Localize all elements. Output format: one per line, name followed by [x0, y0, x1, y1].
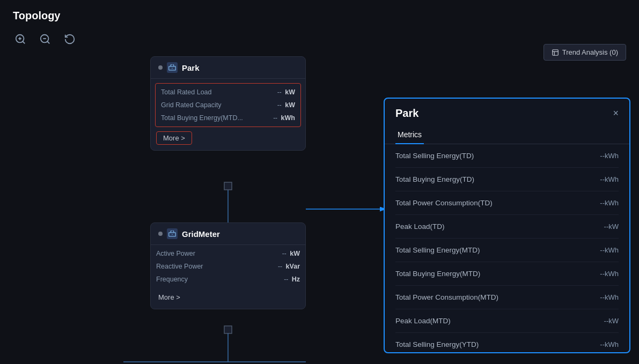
panel-metric-label-4: Total Selling Energy(MTD): [395, 246, 480, 254]
grid-more-button[interactable]: More >: [156, 291, 182, 303]
panel-metric-label-0: Total Selling Energy(TD): [395, 152, 474, 160]
panel-metric-5: Total Buying Energy(MTD) --kWh: [395, 262, 619, 286]
grid-node-metrics: Active Power -- kW Reactive Power -- kVa…: [151, 245, 305, 288]
panel-tab-metrics[interactable]: Metrics: [395, 126, 424, 144]
park-more-label: More >: [163, 134, 185, 142]
park-metric-label-1: Grid Rated Capacity: [161, 101, 222, 109]
grid-status-dot: [158, 232, 163, 236]
panel-metric-val-3: --kW: [604, 222, 619, 231]
park-status-dot: [158, 65, 163, 70]
grid-metric-0: Active Power -- kW: [151, 247, 305, 260]
panel-metric-label-7: Peak Load(MTD): [395, 317, 451, 325]
panel-metric-val-7: --kW: [604, 317, 619, 325]
detail-panel: Park × Metrics Total Selling Energy(TD) …: [384, 98, 630, 353]
park-node-header: Park: [151, 57, 305, 79]
svg-rect-11: [224, 182, 232, 190]
grid-metric-val-2: -- Hz: [284, 276, 300, 283]
panel-metric-label-1: Total Buying Energy(TD): [395, 175, 474, 183]
grid-node-title: GridMeter: [182, 229, 220, 239]
grid-node: GridMeter Active Power -- kW Reactive Po…: [150, 222, 306, 309]
park-metric-val-2: -- kWh: [273, 114, 295, 122]
panel-metric-val-8: --kWh: [600, 340, 619, 348]
panel-tabs: Metrics: [385, 126, 629, 144]
panel-close-button[interactable]: ×: [613, 108, 619, 119]
grid-metric-label-0: Active Power: [156, 250, 195, 257]
park-node-icon: [167, 62, 178, 73]
panel-metric-2: Total Power Consumption(TD) --kWh: [395, 191, 619, 215]
page-title: Topology: [0, 0, 639, 27]
park-metric-val-1: -- kW: [277, 101, 295, 109]
park-more-button[interactable]: More >: [156, 131, 192, 145]
grid-metric-1: Reactive Power -- kVar: [151, 260, 305, 273]
panel-metric-3: Peak Load(TD) --kW: [395, 215, 619, 239]
park-node: Park Total Rated Load -- kW Grid Rated C…: [150, 56, 306, 151]
panel-metric-8: Total Selling Energy(YTD) --kWh: [395, 333, 619, 352]
panel-metric-val-0: --kWh: [600, 152, 619, 160]
park-node-metrics: Total Rated Load -- kW Grid Rated Capaci…: [155, 83, 301, 127]
panel-metric-6: Total Power Consumption(MTD) --kWh: [395, 286, 619, 309]
park-metric-val-0: -- kW: [277, 88, 295, 96]
park-metric-label-0: Total Rated Load: [161, 88, 212, 96]
panel-metric-label-6: Total Power Consumption(MTD): [395, 293, 498, 301]
panel-metric-label-2: Total Power Consumption(TD): [395, 199, 493, 207]
panel-metric-0: Total Selling Energy(TD) --kWh: [395, 144, 619, 168]
grid-metric-label-1: Reactive Power: [156, 263, 203, 270]
grid-metric-2: Frequency -- Hz: [151, 273, 305, 286]
panel-header: Park ×: [385, 99, 629, 120]
grid-metric-val-0: -- kW: [282, 250, 300, 257]
panel-metric-label-8: Total Selling Energy(YTD): [395, 340, 479, 348]
park-metric-1: Grid Rated Capacity -- kW: [156, 99, 300, 112]
grid-node-icon: [167, 228, 178, 239]
grid-node-header: GridMeter: [151, 223, 305, 245]
grid-metric-val-1: -- kVar: [278, 263, 300, 270]
panel-metric-4: Total Selling Energy(MTD) --kWh: [395, 239, 619, 262]
park-metric-label-2: Total Buying Energy(MTD...: [161, 114, 243, 122]
panel-metric-val-4: --kWh: [600, 246, 619, 254]
park-metric-2: Total Buying Energy(MTD... -- kWh: [156, 112, 300, 124]
panel-metric-label-5: Total Buying Energy(MTD): [395, 270, 480, 278]
canvas: Park Total Rated Load -- kW Grid Rated C…: [0, 32, 639, 364]
panel-title: Park: [395, 107, 418, 120]
panel-metric-1: Total Buying Energy(TD) --kWh: [395, 168, 619, 191]
panel-metric-val-5: --kWh: [600, 270, 619, 278]
panel-metrics-list: Total Selling Energy(TD) --kWh Total Buy…: [385, 144, 629, 352]
park-node-title: Park: [182, 63, 200, 72]
panel-metric-label-3: Peak Load(TD): [395, 222, 445, 231]
grid-metric-label-2: Frequency: [156, 276, 188, 283]
panel-metric-val-1: --kWh: [600, 175, 619, 183]
park-metric-0: Total Rated Load -- kW: [156, 86, 300, 99]
panel-metric-val-2: --kWh: [600, 199, 619, 207]
svg-rect-12: [224, 326, 232, 333]
panel-metric-val-6: --kWh: [600, 293, 619, 301]
panel-metric-7: Peak Load(MTD) --kW: [395, 309, 619, 333]
grid-more-label: More >: [158, 293, 180, 301]
